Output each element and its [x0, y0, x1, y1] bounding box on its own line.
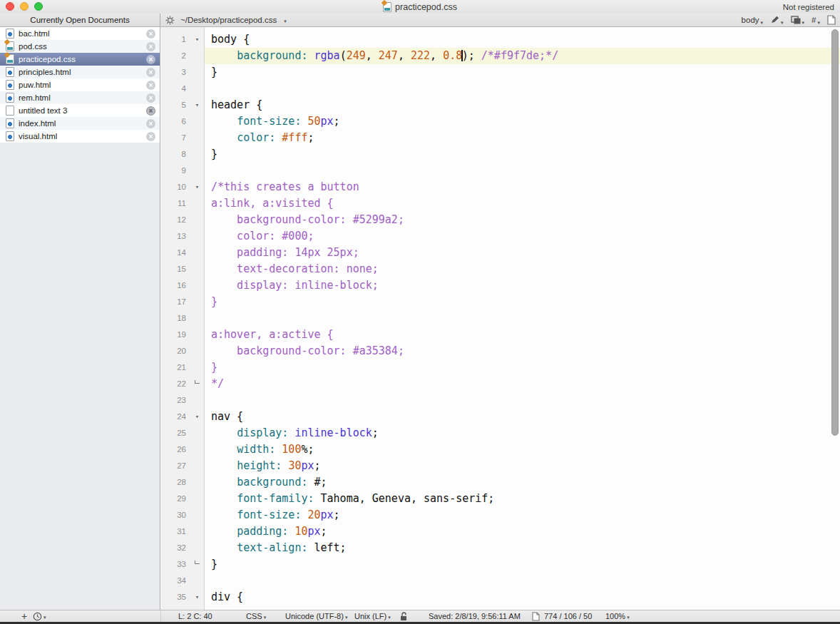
fold-gutter	[190, 212, 205, 228]
sidebar-file-principles-html[interactable]: principles.html×	[0, 66, 160, 78]
language-label: CSS	[246, 612, 262, 620]
code-line-10[interactable]: 10▾/*this creates a button	[161, 179, 840, 195]
code-line-5[interactable]: 5▾header {	[161, 97, 840, 113]
gear-icon[interactable]	[165, 16, 175, 25]
close-file-icon[interactable]: ×	[146, 106, 155, 116]
symbol-navigator-dropdown[interactable]: body▾	[742, 16, 763, 24]
code-line-2[interactable]: 2 background: rgba(249, 247, 222, 0.8); …	[161, 48, 840, 64]
file-name: bac.html	[19, 29, 146, 38]
sidebar-file-bac-html[interactable]: bac.html×	[0, 27, 160, 40]
sidebar-file-pod-css[interactable]: pod.css×	[0, 40, 160, 53]
close-file-icon[interactable]: ×	[146, 93, 155, 103]
close-file-icon[interactable]: ×	[146, 29, 155, 39]
sidebar-file-rem-html[interactable]: rem.html×	[0, 91, 160, 104]
code-line-30[interactable]: 30 font-size: 20px;	[161, 507, 840, 523]
code-line-29[interactable]: 29 font-family: Tahoma, Geneva, sans-ser…	[161, 491, 840, 507]
code-text: width: 100%;	[205, 441, 840, 458]
fold-open-icon[interactable]: ▾	[190, 97, 205, 113]
fold-open-icon[interactable]: ▾	[190, 31, 205, 48]
line-number: 25	[161, 425, 190, 441]
code-line-21[interactable]: 21}	[161, 359, 840, 376]
fold-gutter	[190, 81, 205, 97]
line-number: 2	[161, 48, 190, 64]
code-text: /*this creates a button	[205, 179, 840, 195]
fold-end-icon[interactable]	[190, 556, 205, 573]
snippets-dropdown[interactable]: ▾	[791, 16, 805, 25]
code-line-27[interactable]: 27 height: 30px;	[161, 458, 840, 474]
fold-gutter	[190, 343, 205, 359]
code-line-23[interactable]: 23	[161, 392, 840, 409]
code-line-28[interactable]: 28 background: #;	[161, 474, 840, 491]
path-dropdown-arrow[interactable]: ▾	[284, 19, 287, 24]
code-line-19[interactable]: 19a:hover, a:active {	[161, 327, 840, 343]
code-line-26[interactable]: 26 width: 100%;	[161, 441, 840, 458]
vertical-scrollbar-thumb[interactable]	[831, 29, 839, 436]
code-line-14[interactable]: 14 padding: 14px 25px;	[161, 245, 840, 261]
close-file-icon[interactable]: ×	[146, 119, 155, 128]
code-line-17[interactable]: 17}	[161, 294, 840, 310]
code-text: header {	[205, 97, 840, 113]
close-file-icon[interactable]: ×	[146, 42, 155, 51]
line-number: 29	[161, 491, 190, 507]
sidebar-file-index-html[interactable]: index.html×	[0, 117, 160, 130]
file-path[interactable]: ~/Desktop/practicepod.css	[180, 16, 277, 24]
code-line-7[interactable]: 7 color: #fff;	[161, 130, 840, 146]
editor[interactable]: 1▾body {2 background: rgba(249, 247, 222…	[161, 27, 840, 610]
code-line-24[interactable]: 24▾nav {	[161, 409, 840, 425]
code-text	[205, 81, 840, 97]
code-line-18[interactable]: 18	[161, 310, 840, 327]
add-document-button[interactable]: +	[21, 610, 27, 622]
code-line-12[interactable]: 12 background-color: #5299a2;	[161, 212, 840, 228]
code-text: background: #;	[205, 474, 840, 491]
code-line-34[interactable]: 34	[161, 573, 840, 589]
file-name: practicepod.css	[19, 55, 146, 63]
history-dropdown[interactable]: ▾	[33, 610, 46, 622]
fold-gutter	[190, 441, 205, 458]
code-line-22[interactable]: 22*/	[161, 376, 840, 392]
code-line-4[interactable]: 4	[161, 81, 840, 97]
code-line-20[interactable]: 20 background-color: #a35384;	[161, 343, 840, 359]
encoding-dropdown-arrow: ▾	[345, 615, 348, 620]
hash-dropdown[interactable]: #▾	[811, 16, 820, 24]
fold-end-icon[interactable]	[190, 376, 205, 392]
close-file-icon[interactable]: ×	[146, 132, 155, 141]
file-path-area[interactable]: ~/Desktop/practicepod.css ▾	[165, 14, 287, 26]
code-line-6[interactable]: 6 font-size: 50px;	[161, 113, 840, 130]
code-line-15[interactable]: 15 text-decoration: none;	[161, 261, 840, 277]
sidebar-file-puw-html[interactable]: puw.html×	[0, 78, 160, 91]
fold-gutter	[190, 48, 205, 64]
lock-toggle[interactable]	[399, 610, 408, 622]
code-line-3[interactable]: 3}	[161, 64, 840, 81]
code-line-11[interactable]: 11a:link, a:visited {	[161, 195, 840, 212]
language-selector[interactable]: CSS▾	[246, 610, 266, 622]
line-number: 21	[161, 359, 190, 376]
code-line-25[interactable]: 25 display: inline-block;	[161, 425, 840, 441]
code-text: padding: 14px 25px;	[205, 245, 840, 261]
sidebar-file-practicepod-css[interactable]: practicepod.css×	[0, 53, 160, 66]
fold-open-icon[interactable]: ▾	[190, 179, 205, 195]
sidebar-file-untitled-text-3[interactable]: untitled text 3×	[0, 104, 160, 117]
line-endings-selector[interactable]: Unix (LF)▾	[354, 610, 391, 622]
edit-tools-dropdown[interactable]: ▾	[770, 16, 784, 25]
sidebar-file-visual-html[interactable]: visual.html×	[0, 130, 160, 143]
new-document-icon[interactable]	[827, 15, 836, 25]
code-line-1[interactable]: 1▾body {	[161, 31, 840, 48]
encoding-selector[interactable]: Unicode (UTF-8)▾	[285, 610, 347, 622]
close-file-icon[interactable]: ×	[146, 68, 155, 77]
code-line-31[interactable]: 31 padding: 10px;	[161, 523, 840, 540]
code-text: display: inline-block;	[205, 277, 840, 294]
close-file-icon[interactable]: ×	[146, 81, 155, 90]
code-text: }	[205, 359, 840, 376]
code-line-13[interactable]: 13 color: #000;	[161, 228, 840, 245]
zoom-selector[interactable]: 100%▾	[605, 610, 630, 622]
code-line-9[interactable]: 9	[161, 163, 840, 179]
fold-open-icon[interactable]: ▾	[190, 409, 205, 425]
close-file-icon[interactable]: ×	[146, 55, 155, 64]
code-line-32[interactable]: 32 text-align: left;	[161, 540, 840, 556]
layers-icon	[791, 16, 801, 24]
code-line-16[interactable]: 16 display: inline-block;	[161, 277, 840, 294]
fold-open-icon[interactable]: ▾	[190, 589, 205, 605]
code-line-33[interactable]: 33}	[161, 556, 840, 573]
code-line-8[interactable]: 8}	[161, 146, 840, 163]
code-line-35[interactable]: 35▾div {	[161, 589, 840, 605]
